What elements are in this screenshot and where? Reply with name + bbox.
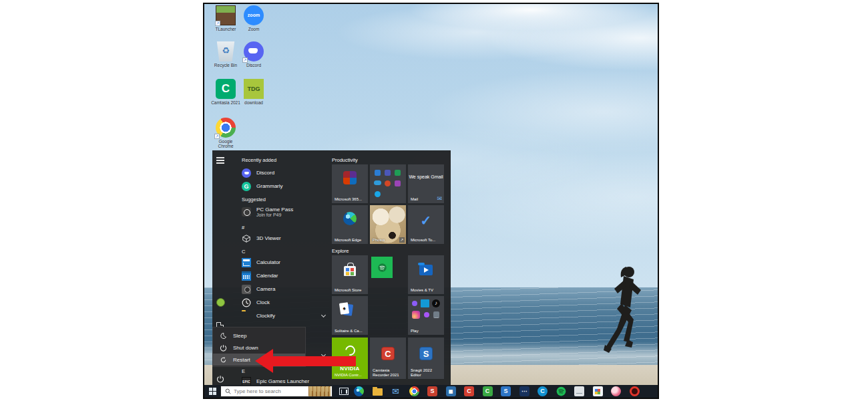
app-label: Clockify <box>256 313 275 319</box>
desktop-icon-download[interactable]: TDG download <box>239 79 268 105</box>
taskbar-store-icon[interactable] <box>593 386 603 396</box>
onedrive-mini-icon <box>374 180 381 185</box>
tile-camtasia-recorder[interactable]: C Camtasia Recorder 2021 <box>370 338 406 379</box>
power-menu-item-sleep[interactable]: Sleep <box>213 329 305 342</box>
tile-label: Microsoft Edge <box>335 238 361 243</box>
desktop-icon-zoom[interactable]: zoom Zoom <box>239 5 268 31</box>
taskbar-edge-icon[interactable] <box>354 386 364 396</box>
app-item-calendar[interactable]: Calendar <box>242 270 278 281</box>
taskbar-snagit-editor-icon[interactable]: S <box>501 386 511 396</box>
taskbar-notepad-icon[interactable] <box>574 386 584 396</box>
power-item-label: Sleep <box>233 333 246 339</box>
taskbar-app-dark-blue-icon[interactable]: ⋯ <box>519 386 529 396</box>
task-view-icon[interactable] <box>339 388 349 395</box>
tile-group-explore: Explore <box>332 248 349 254</box>
skype-mini-icon <box>375 191 381 197</box>
tile-spotify[interactable] <box>371 257 393 278</box>
app-mini-icon <box>433 311 439 318</box>
tile-microsoft-store[interactable]: Microsoft Store <box>332 255 368 294</box>
app-item-camera[interactable]: Camera <box>242 283 275 295</box>
zoom-icon: zoom <box>244 5 264 25</box>
desktop-icon-label: download <box>239 100 268 105</box>
power-icon <box>220 344 227 352</box>
powerpoint-mini-icon <box>385 180 391 186</box>
tile-microsoft-todo[interactable]: ✓ Microsoft To... <box>408 205 444 244</box>
tile-mail[interactable]: We speak Gmail Mail ✉ <box>408 164 444 203</box>
tile-office-apps-folder[interactable] <box>370 164 406 203</box>
teams-mini-icon <box>385 170 391 176</box>
section-suggested: Suggested <box>242 196 266 203</box>
word-mini-icon <box>375 170 381 176</box>
taskbar-app-pink-icon[interactable] <box>611 386 621 396</box>
user-avatar[interactable] <box>216 298 227 309</box>
windows-logo-icon <box>209 388 216 395</box>
app-label: 3D Viewer <box>256 235 281 241</box>
desktop: ↗ TLauncher zoom Zoom ♻ Recycle Bin ↗ Di… <box>204 4 658 398</box>
screenshot-frame: ↗ TLauncher zoom Zoom ♻ Recycle Bin ↗ Di… <box>203 3 659 399</box>
desktop-icon-recycle-bin[interactable]: ♻ Recycle Bin <box>211 41 240 68</box>
taskbar-camtasia-recorder-icon[interactable]: C <box>464 386 474 396</box>
desktop-icon-label: Discord <box>239 63 268 68</box>
search-input[interactable] <box>234 388 306 394</box>
power-button-icon[interactable] <box>216 374 227 384</box>
taskbar-calculator-icon[interactable]: ▦ <box>446 386 456 396</box>
tiktok-mini-icon: ♪ <box>432 299 440 307</box>
taskbar-snagit-capture-icon[interactable]: S <box>427 386 437 396</box>
tile-snagit-editor[interactable]: S Snagit 2022 Editor <box>408 338 444 379</box>
tile-movies-tv[interactable]: Movies & TV <box>408 255 444 294</box>
desktop-icon-discord[interactable]: ↗ Discord <box>239 41 268 68</box>
chevron-down-icon[interactable] <box>321 313 326 317</box>
app-item-discord[interactable]: Discord <box>242 167 274 178</box>
tile-microsoft-edge[interactable]: Microsoft Edge <box>332 205 368 244</box>
tile-photos[interactable]: Photos ↗ <box>370 205 406 244</box>
app-label: Discord <box>256 170 274 176</box>
app-item-pc-game-pass[interactable]: PC Game Pass Join for P49 <box>242 205 293 219</box>
desktop-icon-label: Zoom <box>239 27 268 31</box>
app-label: Clock <box>256 299 270 305</box>
calculator-icon <box>242 258 251 267</box>
desktop-icon-tlauncher[interactable]: ↗ TLauncher <box>211 5 240 31</box>
clock-icon <box>242 298 251 307</box>
card-spade-icon: ♠ <box>339 302 349 315</box>
app-item-grammarly[interactable]: G Grammarly <box>242 180 283 192</box>
app-item-3d-viewer[interactable]: 3D Viewer <box>242 233 281 244</box>
taskbar-chrome-icon[interactable] <box>409 386 419 396</box>
taskbar-file-explorer-icon[interactable] <box>373 388 383 396</box>
taskbar-mail-icon[interactable]: ✉ <box>391 386 401 396</box>
desktop-icon-camtasia[interactable]: C Camtasia 2021 <box>211 79 240 105</box>
moon-icon <box>220 332 227 340</box>
tile-microsoft-365[interactable]: Microsoft 365... <box>332 164 368 203</box>
instagram-mini-icon <box>412 311 420 319</box>
app-item-calculator[interactable]: Calculator <box>242 257 280 268</box>
taskbar-search[interactable] <box>220 386 333 397</box>
edge-icon <box>343 212 357 225</box>
app-label: Calendar <box>256 273 278 279</box>
app-label: Epic Games Launcher <box>256 378 309 384</box>
shortcut-arrow-icon: ↗ <box>214 134 220 139</box>
hamburger-menu-icon[interactable] <box>216 156 227 166</box>
desktop-icon-label: TLauncher <box>211 27 240 31</box>
calendar-icon <box>242 271 251 281</box>
excel-mini-icon <box>395 170 401 176</box>
tile-label: NVIDIA Contr... <box>335 373 362 378</box>
tlauncher-icon: ↗ <box>216 5 236 25</box>
tile-play-folder[interactable]: ♪ Play <box>408 296 444 335</box>
desktop-icon-chrome[interactable]: ↗ Google Chrome <box>211 118 240 148</box>
taskbar-opera-icon[interactable] <box>630 386 640 396</box>
taskbar-spotify-icon[interactable] <box>556 386 566 396</box>
taskbar-camtasia-icon[interactable]: C <box>483 386 493 396</box>
app-item-clockify[interactable]: Clockify <box>242 310 275 321</box>
app-item-clock[interactable]: Clockify Clock <box>242 297 270 308</box>
tile-label: Microsoft 365... <box>335 197 362 202</box>
grammarly-icon: G <box>242 182 251 191</box>
taskbar-clockify-icon[interactable]: C <box>537 386 548 396</box>
movies-tv-icon <box>419 265 433 275</box>
section-e: E <box>242 368 245 374</box>
start-button[interactable] <box>204 385 220 398</box>
shortcut-arrow-icon: ↗ <box>242 57 248 63</box>
tile-label: Solitaire & Ca... <box>335 329 363 333</box>
camtasia-icon: C <box>216 79 236 99</box>
tile-solitaire[interactable]: ♠ Solitaire & Ca... <box>332 296 368 335</box>
desktop-icon-label: Recycle Bin <box>211 63 240 68</box>
desktop-icon-label: Camtasia 2021 <box>211 100 240 105</box>
